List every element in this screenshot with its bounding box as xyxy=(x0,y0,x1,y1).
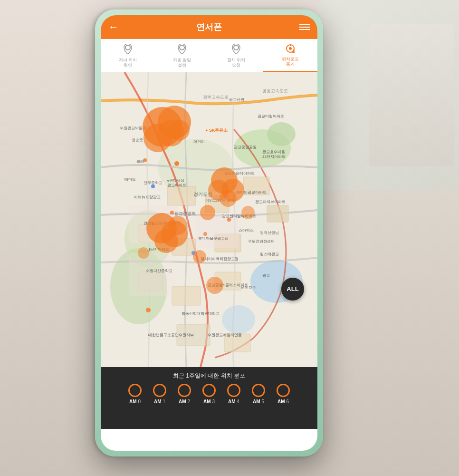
timeline-item-3[interactable]: AM 3 xyxy=(197,384,221,404)
svg-rect-19 xyxy=(205,196,229,213)
svg-text:페거리: 페거리 xyxy=(193,139,205,144)
svg-rect-29 xyxy=(224,334,250,352)
svg-point-90 xyxy=(161,221,188,247)
svg-point-76 xyxy=(203,232,207,236)
timeline-circle-2 xyxy=(178,384,191,397)
svg-rect-25 xyxy=(139,272,163,291)
timeline-item-6[interactable]: AM 6 xyxy=(271,384,296,404)
svg-text:함동신학대학원대학교: 함동신학대학원대학교 xyxy=(182,311,220,316)
svg-point-82 xyxy=(143,124,172,152)
timeline-item-2[interactable]: AM 2 xyxy=(172,384,197,404)
tab-child-location[interactable]: 자녀 위치확인 xyxy=(101,42,155,72)
svg-text:수원광교에일리언들: 수원광교에일리언들 xyxy=(208,333,242,337)
svg-text:아브뉴프랑광교: 아브뉴프랑광교 xyxy=(134,195,161,199)
svg-point-96 xyxy=(138,247,149,259)
svg-text:롯데아울렛광교점: 롯데아울렛광교점 xyxy=(198,236,229,241)
svg-text:청송못: 청송못 xyxy=(132,138,143,142)
svg-rect-26 xyxy=(172,286,201,305)
svg-point-80 xyxy=(143,107,182,147)
svg-rect-10 xyxy=(101,72,317,367)
svg-text:32단지아파트: 32단지아파트 xyxy=(262,155,286,159)
svg-text:광교중앙공원: 광교중앙공원 xyxy=(234,145,257,149)
svg-text:광교아파트: 광교아파트 xyxy=(167,183,186,187)
tab-location-stats[interactable]: 위치분포통계 xyxy=(263,42,317,72)
svg-text:연무중학교: 연무중학교 xyxy=(143,181,163,185)
svg-point-97 xyxy=(241,206,255,219)
bottom-bar: 최근 1주일에 대한 위치 분포 AM 0 AM 1 AM 2 xyxy=(101,367,317,429)
app-title: 연서폰 xyxy=(196,21,222,33)
svg-point-11 xyxy=(234,129,291,167)
svg-text:1단지아파트: 1단지아파트 xyxy=(148,247,169,252)
location-icon xyxy=(124,44,132,56)
timeline-label-2: AM 2 xyxy=(179,399,190,404)
svg-text:광교중흥S클래스아파트: 광교중흥S클래스아파트 xyxy=(208,283,248,287)
timeline-item-0[interactable]: AM 0 xyxy=(123,384,147,404)
svg-text:경부고속도로: 경부고속도로 xyxy=(203,95,229,99)
tab-auto-alert-label: 자동 알림설정 xyxy=(173,58,191,68)
svg-text:래미안광교아파트: 래미안광교아파트 xyxy=(236,190,267,194)
svg-text:테마트: 테마트 xyxy=(124,177,136,182)
timeline-item-1[interactable]: AM 1 xyxy=(147,384,172,404)
timeline-item-5[interactable]: AM 5 xyxy=(246,384,271,404)
svg-text:갤러리아백화점광교점: 갤러리아백화점광교점 xyxy=(201,257,239,261)
all-button[interactable]: ALL xyxy=(281,278,304,301)
timeline-label-0: AM 0 xyxy=(129,399,141,404)
tab-current-location-label: 현재 위치요청 xyxy=(227,58,246,68)
back-button[interactable]: ← xyxy=(108,21,119,33)
svg-point-95 xyxy=(206,277,223,294)
svg-text:블레: 블레 xyxy=(136,159,144,164)
svg-point-89 xyxy=(146,213,177,243)
svg-text:오드카운티아파트: 오드카운티아파트 xyxy=(224,171,255,175)
svg-rect-21 xyxy=(267,205,288,222)
phone-frame: ← 연서폰 자녀 위치확인 xyxy=(95,10,323,457)
svg-point-83 xyxy=(158,120,184,146)
svg-text:이의119안전센터: 이의119안전센터 xyxy=(205,198,234,203)
svg-point-85 xyxy=(211,167,238,194)
svg-text:수원컨벤션센터: 수원컨벤션센터 xyxy=(248,239,275,243)
timeline-row: AM 0 AM 1 AM 2 AM 3 xyxy=(101,384,317,404)
svg-point-92 xyxy=(168,216,187,235)
svg-point-4 xyxy=(289,47,292,50)
svg-text:스타벅스: 스타벅스 xyxy=(239,228,254,233)
tab-current-location[interactable]: 현재 위치요청 xyxy=(209,42,263,72)
svg-point-79 xyxy=(191,251,195,255)
svg-rect-9 xyxy=(293,49,295,50)
svg-text:광교중앙역: 광교중앙역 xyxy=(174,211,196,216)
timeline-circle-6 xyxy=(277,384,290,397)
svg-rect-18 xyxy=(167,186,196,205)
tab-navigation: 자녀 위치확인 자동 알림설정 xyxy=(101,39,317,72)
svg-text:● SK주유소: ● SK주유소 xyxy=(205,128,228,133)
timeline-circle-4 xyxy=(227,384,240,397)
timeline-circle-5 xyxy=(252,384,265,397)
svg-text:e편한세상: e편한세상 xyxy=(167,178,184,183)
timeline-item-4[interactable]: AM 4 xyxy=(221,384,246,404)
svg-rect-27 xyxy=(215,272,241,290)
svg-point-84 xyxy=(169,120,190,141)
svg-text:수원다산중학교: 수원다산중학교 xyxy=(146,269,172,273)
svg-rect-30 xyxy=(129,205,177,243)
current-location-icon xyxy=(232,44,240,56)
svg-point-14 xyxy=(222,305,255,334)
svg-text:원천호수: 원천호수 xyxy=(241,285,256,290)
svg-text:정유선생님: 정유선생님 xyxy=(260,231,279,235)
menu-button[interactable] xyxy=(299,24,310,30)
timeline-label-1: AM 1 xyxy=(154,399,165,404)
scene: ← 연서폰 자녀 위치확인 xyxy=(0,0,459,476)
timeline-label-5: AM 5 xyxy=(253,399,264,404)
svg-rect-7 xyxy=(292,51,295,53)
svg-point-74 xyxy=(227,218,231,222)
timeline-circle-0 xyxy=(128,384,142,397)
svg-text:힐스테광교: 힐스테광교 xyxy=(260,252,279,256)
timeline-label-4: AM 4 xyxy=(228,399,239,404)
svg-point-0 xyxy=(125,45,130,50)
map-container[interactable]: 경기도청 광교중앙역 수원광교박물관 청송못 연무중학교 e편한세상 광교아파트… xyxy=(101,72,317,367)
svg-point-2 xyxy=(234,45,239,50)
bottom-label: 최근 1주일에 대한 위치 분포 xyxy=(173,367,245,384)
app-header: ← 연서폰 xyxy=(101,15,317,39)
svg-rect-24 xyxy=(215,234,241,252)
svg-point-75 xyxy=(170,211,174,214)
svg-text:연안힐스테이트아파트: 연안힐스테이트아파트 xyxy=(143,221,182,225)
svg-rect-32 xyxy=(129,253,172,296)
tab-auto-alert[interactable]: 자동 알림설정 xyxy=(155,42,209,72)
svg-point-16 xyxy=(124,210,172,267)
